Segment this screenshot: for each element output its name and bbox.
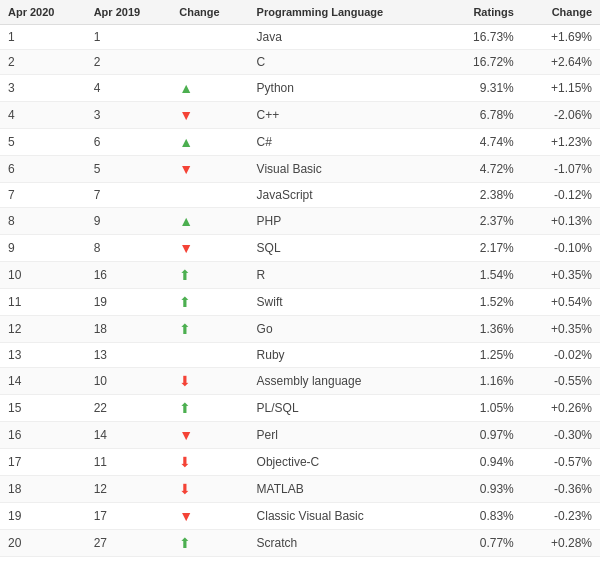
ratings-value: 16.72% <box>444 50 522 75</box>
ratings-value: 0.97% <box>444 422 522 449</box>
rank-2019: 22 <box>86 395 172 422</box>
rank-2020: 17 <box>0 449 86 476</box>
rank-2019: 27 <box>86 530 172 557</box>
arrow-cell: ▼ <box>171 235 248 262</box>
rank-2019: 17 <box>86 503 172 530</box>
rank-2020: 12 <box>0 316 86 343</box>
rank-2019: 16 <box>86 262 172 289</box>
language-name: Ruby <box>249 343 444 368</box>
change-value: -0.02% <box>522 343 600 368</box>
change-value: +0.13% <box>522 208 600 235</box>
ratings-value: 4.74% <box>444 129 522 156</box>
rank-2020: 15 <box>0 395 86 422</box>
table-row: 15 22 ⬆ PL/SQL 1.05% +0.26% <box>0 395 600 422</box>
table-row: 2 2 C 16.72% +2.64% <box>0 50 600 75</box>
language-name: Objective-C <box>249 449 444 476</box>
language-name: Perl <box>249 422 444 449</box>
table-row: 19 17 ▼ Classic Visual Basic 0.83% -0.23… <box>0 503 600 530</box>
rank-2019: 14 <box>86 422 172 449</box>
ratings-value: 16.73% <box>444 25 522 50</box>
rank-2020: 13 <box>0 343 86 368</box>
language-name: SQL <box>249 235 444 262</box>
rank-2020: 6 <box>0 156 86 183</box>
arrow-cell: ▲ <box>171 129 248 156</box>
table-row: 7 7 JavaScript 2.38% -0.12% <box>0 183 600 208</box>
ratings-value: 1.05% <box>444 395 522 422</box>
language-name: JavaScript <box>249 183 444 208</box>
arrow-cell: ⬆ <box>171 262 248 289</box>
change-value: +2.64% <box>522 50 600 75</box>
rank-2019: 13 <box>86 343 172 368</box>
rank-2019: 7 <box>86 183 172 208</box>
ratings-value: 2.37% <box>444 208 522 235</box>
change-value: +0.35% <box>522 262 600 289</box>
table-row: 12 18 ⬆ Go 1.36% +0.35% <box>0 316 600 343</box>
rank-2020: 1 <box>0 25 86 50</box>
language-name: C++ <box>249 102 444 129</box>
arrow-cell: ⬆ <box>171 395 248 422</box>
rank-2020: 14 <box>0 368 86 395</box>
rank-2020: 8 <box>0 208 86 235</box>
language-name: Swift <box>249 289 444 316</box>
rank-2020: 3 <box>0 75 86 102</box>
language-name: C <box>249 50 444 75</box>
rank-2020: 11 <box>0 289 86 316</box>
change-value: +0.26% <box>522 395 600 422</box>
change-value: +1.15% <box>522 75 600 102</box>
table-row: 14 10 ⬇ Assembly language 1.16% -0.55% <box>0 368 600 395</box>
arrow-down-double-icon: ⬇ <box>179 454 191 470</box>
ratings-value: 0.93% <box>444 476 522 503</box>
ratings-value: 0.77% <box>444 530 522 557</box>
arrow-up-double-icon: ⬆ <box>179 321 191 337</box>
rank-2019: 8 <box>86 235 172 262</box>
rank-2020: 2 <box>0 50 86 75</box>
change-value: -0.30% <box>522 422 600 449</box>
table-row: 13 13 Ruby 1.25% -0.02% <box>0 343 600 368</box>
header-ratings: Ratings <box>444 0 522 25</box>
table-row: 20 27 ⬆ Scratch 0.77% +0.28% <box>0 530 600 557</box>
ratings-value: 1.54% <box>444 262 522 289</box>
table-row: 4 3 ▼ C++ 6.78% -2.06% <box>0 102 600 129</box>
change-value: +1.69% <box>522 25 600 50</box>
table-row: 8 9 ▲ PHP 2.37% +0.13% <box>0 208 600 235</box>
arrow-up-icon: ▲ <box>179 134 193 150</box>
language-name: Classic Visual Basic <box>249 503 444 530</box>
header-change: Change <box>171 0 248 25</box>
arrow-cell: ▼ <box>171 503 248 530</box>
language-name: Assembly language <box>249 368 444 395</box>
table-row: 18 12 ⬇ MATLAB 0.93% -0.36% <box>0 476 600 503</box>
rank-2020: 18 <box>0 476 86 503</box>
arrow-cell: ⬇ <box>171 368 248 395</box>
change-value: -0.55% <box>522 368 600 395</box>
arrow-cell: ▼ <box>171 422 248 449</box>
arrow-down-icon: ▼ <box>179 508 193 524</box>
language-name: Python <box>249 75 444 102</box>
rank-2019: 9 <box>86 208 172 235</box>
arrow-up-icon: ▲ <box>179 213 193 229</box>
table-row: 1 1 Java 16.73% +1.69% <box>0 25 600 50</box>
rank-2019: 3 <box>86 102 172 129</box>
header-language: Programming Language <box>249 0 444 25</box>
ratings-value: 1.16% <box>444 368 522 395</box>
ratings-value: 4.72% <box>444 156 522 183</box>
rankings-table: Apr 2020 Apr 2019 Change Programming Lan… <box>0 0 600 557</box>
arrow-up-double-icon: ⬆ <box>179 400 191 416</box>
change-value: -1.07% <box>522 156 600 183</box>
arrow-down-double-icon: ⬇ <box>179 481 191 497</box>
arrow-cell: ⬆ <box>171 316 248 343</box>
table-row: 11 19 ⬆ Swift 1.52% +0.54% <box>0 289 600 316</box>
language-name: PL/SQL <box>249 395 444 422</box>
change-value: -0.10% <box>522 235 600 262</box>
change-value: +0.54% <box>522 289 600 316</box>
table-row: 9 8 ▼ SQL 2.17% -0.10% <box>0 235 600 262</box>
change-value: -0.12% <box>522 183 600 208</box>
arrow-up-double-icon: ⬆ <box>179 535 191 551</box>
rank-2019: 19 <box>86 289 172 316</box>
table-row: 6 5 ▼ Visual Basic 4.72% -1.07% <box>0 156 600 183</box>
arrow-up-double-icon: ⬆ <box>179 294 191 310</box>
ratings-value: 1.36% <box>444 316 522 343</box>
header-change2: Change <box>522 0 600 25</box>
rank-2020: 7 <box>0 183 86 208</box>
rank-2020: 16 <box>0 422 86 449</box>
arrow-cell: ⬇ <box>171 449 248 476</box>
